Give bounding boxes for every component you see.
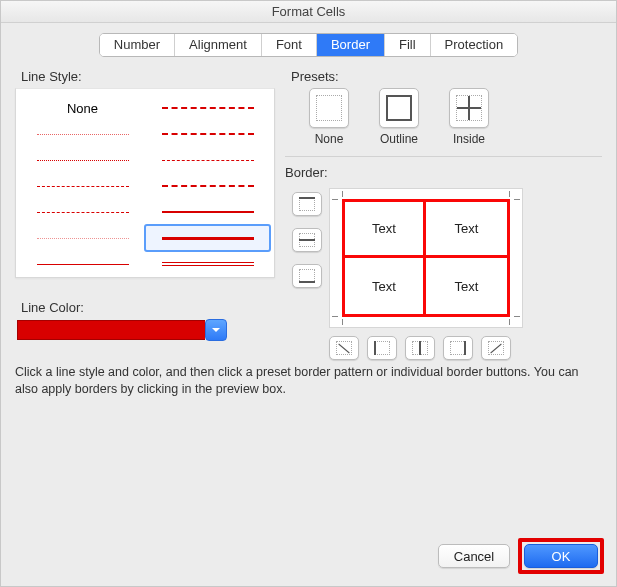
format-cells-window: Format Cells Number Alignment Font Borde… bbox=[0, 0, 617, 587]
preset-outline[interactable]: Outline bbox=[369, 88, 429, 146]
line-style-6[interactable] bbox=[20, 251, 145, 277]
ok-button-highlight: OK bbox=[518, 538, 604, 574]
tab-protection[interactable]: Protection bbox=[431, 34, 518, 56]
line-style-12-selected[interactable] bbox=[144, 224, 271, 252]
chevron-down-icon bbox=[212, 328, 220, 332]
border-bottom-buttons bbox=[329, 336, 602, 360]
line-color-swatch[interactable] bbox=[17, 320, 205, 340]
line-style-none[interactable]: None bbox=[20, 95, 145, 121]
border-bottom-button[interactable] bbox=[292, 264, 322, 288]
content-area: Line Style: None bbox=[1, 63, 616, 360]
line-color-label: Line Color: bbox=[21, 300, 275, 315]
line-style-label: Line Style: bbox=[21, 69, 275, 84]
instructions-text: Click a line style and color, and then c… bbox=[1, 360, 616, 402]
tab-segmented-control: Number Alignment Font Border Fill Protec… bbox=[99, 33, 518, 57]
border-top-button[interactable] bbox=[292, 192, 322, 216]
border-preview[interactable]: Text Text Text Text bbox=[329, 188, 523, 328]
line-style-7[interactable] bbox=[145, 95, 270, 121]
right-column: Presets: None Outline Inside Border: bbox=[285, 63, 602, 360]
line-style-5[interactable] bbox=[20, 225, 145, 251]
line-style-11[interactable] bbox=[145, 199, 270, 225]
line-style-2[interactable] bbox=[20, 147, 145, 173]
line-style-1[interactable] bbox=[20, 121, 145, 147]
line-style-3[interactable] bbox=[20, 173, 145, 199]
preview-cell: Text bbox=[345, 258, 426, 314]
border-editor: Text Text Text Text bbox=[285, 184, 602, 328]
border-left-button[interactable] bbox=[367, 336, 397, 360]
preview-cell: Text bbox=[426, 258, 507, 314]
line-color-dropdown[interactable] bbox=[205, 319, 227, 341]
cancel-button[interactable]: Cancel bbox=[438, 544, 510, 568]
border-diag-up-button[interactable] bbox=[329, 336, 359, 360]
line-style-8[interactable] bbox=[145, 121, 270, 147]
tab-border[interactable]: Border bbox=[317, 34, 385, 56]
preview-cell: Text bbox=[426, 202, 507, 258]
border-right-button[interactable] bbox=[443, 336, 473, 360]
line-style-10[interactable] bbox=[145, 173, 270, 199]
tab-alignment[interactable]: Alignment bbox=[175, 34, 262, 56]
line-style-4[interactable] bbox=[20, 199, 145, 225]
tab-fill[interactable]: Fill bbox=[385, 34, 431, 56]
border-middle-v-button[interactable] bbox=[405, 336, 435, 360]
line-color-picker[interactable] bbox=[17, 319, 275, 341]
border-label: Border: bbox=[285, 165, 602, 180]
left-column: Line Style: None bbox=[15, 63, 275, 360]
line-style-9[interactable] bbox=[145, 147, 270, 173]
ok-button[interactable]: OK bbox=[524, 544, 598, 568]
dialog-footer: Cancel OK bbox=[1, 528, 616, 586]
border-diag-down-button[interactable] bbox=[481, 336, 511, 360]
tab-bar: Number Alignment Font Border Fill Protec… bbox=[1, 33, 616, 57]
preset-none[interactable]: None bbox=[299, 88, 359, 146]
preset-outline-icon bbox=[379, 88, 419, 128]
window-title: Format Cells bbox=[1, 1, 616, 23]
tab-number[interactable]: Number bbox=[100, 34, 175, 56]
border-side-buttons bbox=[285, 184, 329, 328]
presets-label: Presets: bbox=[291, 69, 602, 84]
divider bbox=[285, 156, 602, 157]
line-style-picker[interactable]: None bbox=[15, 88, 275, 278]
border-middle-h-button[interactable] bbox=[292, 228, 322, 252]
preset-inside-icon bbox=[449, 88, 489, 128]
preview-cell: Text bbox=[345, 202, 426, 258]
line-style-13[interactable] bbox=[145, 251, 270, 277]
preset-row: None Outline Inside bbox=[299, 88, 602, 146]
tab-font[interactable]: Font bbox=[262, 34, 317, 56]
preset-inside[interactable]: Inside bbox=[439, 88, 499, 146]
preset-none-icon bbox=[309, 88, 349, 128]
